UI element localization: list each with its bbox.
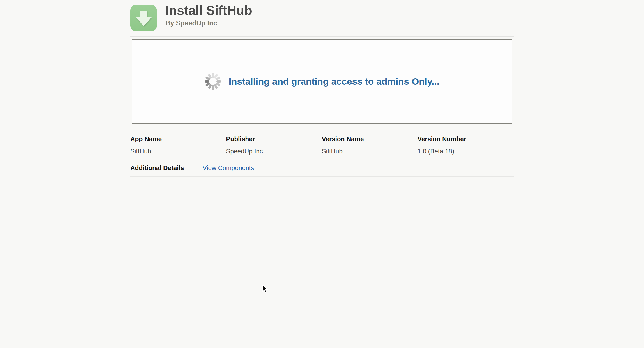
page-header: Install SiftHub By SpeedUp Inc [130, 0, 514, 36]
spinner-spoke [212, 73, 214, 78]
view-components-link[interactable]: View Components [202, 165, 254, 171]
page-title: Install SiftHub [166, 3, 252, 17]
install-page: Install SiftHub By SpeedUp Inc Inst [0, 0, 644, 348]
page-subtitle: By SpeedUp Inc [166, 19, 252, 27]
mouse-cursor-icon [262, 285, 268, 294]
content-container: Install SiftHub By SpeedUp Inc Inst [130, 0, 514, 177]
download-icon [130, 5, 157, 31]
install-status-panel: Installing and granting access to admins… [132, 39, 512, 124]
spinner-spoke [212, 85, 214, 90]
details-divider [130, 176, 514, 177]
spinner-spoke [204, 80, 210, 82]
installing-status-message: Installing and granting access to admins… [229, 76, 440, 87]
publisher-header: Publisher [226, 136, 322, 142]
version-number-value: 1.0 (Beta 18) [418, 148, 513, 155]
additional-details-label: Additional Details [130, 165, 202, 171]
version-number-header: Version Number [418, 136, 513, 142]
additional-details-row: Additional Details View Components [130, 165, 514, 171]
details-header-row: App Name Publisher Version Name Version … [130, 136, 514, 142]
spinner-spoke [216, 80, 221, 82]
version-name-value: SiftHub [322, 148, 418, 155]
package-details: App Name Publisher Version Name Version … [130, 136, 514, 177]
app-name-value: SiftHub [130, 148, 226, 155]
header-text-block: Install SiftHub By SpeedUp Inc [166, 3, 252, 27]
publisher-value: SpeedUp Inc [226, 148, 322, 155]
header-divider [130, 36, 514, 37]
details-value-row: SiftHub SpeedUp Inc SiftHub 1.0 (Beta 18… [130, 142, 514, 155]
app-name-header: App Name [130, 136, 226, 142]
version-name-header: Version Name [322, 136, 418, 142]
loading-spinner-icon [204, 73, 221, 90]
